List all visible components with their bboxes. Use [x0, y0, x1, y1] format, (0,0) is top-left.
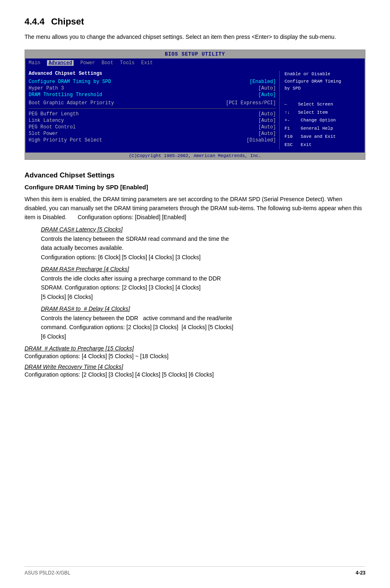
bios-tab-advanced: Advanced [47, 60, 74, 66]
bios-row-5: PEG Buffer Length [Auto] [29, 111, 276, 117]
bios-tab-exit: Exit [141, 60, 153, 66]
bios-right-panel: Enable or Disable Configure DRAM Timing … [280, 71, 361, 149]
sub-item-text-5: Configuration options: [2 Clocks] [3 Clo… [25, 371, 214, 378]
configure-dram-body: When this item is enabled, the DRAM timi… [25, 195, 365, 222]
footer-left-text: ASUS P5LD2-X/GBL [25, 570, 70, 576]
advanced-chipset-title: Advanced Chipset Settings [25, 171, 365, 180]
bios-help-text: Enable or Disable Configure DRAM Timing … [285, 71, 361, 92]
bios-tab-tools: Tools [120, 60, 134, 66]
bios-tab-main: Main [29, 60, 40, 66]
sub-item-text-1: Controls the latency between the SDRAM r… [41, 234, 365, 262]
bios-content-area: Advanced Chipset Settings Configure DRAM… [25, 67, 365, 153]
sub-item-text-3: Controls the latency between the DDR act… [41, 314, 365, 341]
bios-row-2: Hyper Path 3 [Auto] [29, 85, 276, 91]
bios-title-bar: BIOS SETUP UTILITY [25, 50, 365, 58]
section-heading: 4.4.4 Chipset [25, 16, 365, 27]
bios-tab-boot: Boot [101, 60, 113, 66]
configure-dram-title: Configure DRAM Timing by SPD [Enabled] [25, 184, 365, 191]
sub-item-text-4: Configuration options: [4 Clocks] [5 Clo… [25, 353, 168, 359]
sub-item-title-2: DRAM RAS# Precharge [4 Clocks] [41, 266, 365, 272]
sub-item-title-3: DRAM RAS# to # Delay [4 Clocks] [41, 305, 365, 312]
sub-item-title-1: DRAM CAS# Latency [5 Clocks] [41, 226, 365, 233]
section-number: 4.4.4 [25, 16, 45, 27]
bios-keys-panel: ← Select Screen ↑↓ Select Item +- Change… [285, 101, 361, 149]
sub-item-title-5: DRAM Write Recovery Time [4 Clocks] [25, 364, 123, 370]
bios-copyright: (C)Copyright 1985-2002, American Megatre… [25, 153, 365, 159]
bios-row-9: High Priority Port Select [Disabled] [29, 137, 276, 143]
section-title: Chipset [51, 16, 84, 27]
bios-tab-power: Power [80, 60, 95, 66]
configure-dram-section: Configure DRAM Timing by SPD [Enabled] W… [25, 184, 365, 379]
sub-item-text-2: Controls the idle clocks after issuing a… [41, 274, 365, 301]
sub-item-title-4: DRAM # Activate to Precharge [15 Clocks] [25, 345, 134, 352]
bios-row-8: Slot Power [Auto] [29, 131, 276, 137]
bios-row-3: DRAM Throttling Threshold [Auto] [29, 92, 276, 98]
advanced-chipset-section: Advanced Chipset Settings Configure DRAM… [25, 171, 365, 379]
bios-screenshot: BIOS SETUP UTILITY Main Advanced Power B… [25, 49, 365, 160]
bios-section-heading: Advanced Chipset Settings [29, 71, 276, 76]
bios-tab-row: Main Advanced Power Boot Tools Exit [25, 58, 365, 67]
intro-paragraph: The menu allows you to change the advanc… [25, 33, 365, 41]
bios-row-4: Boot Graphic Adapter Priority [PCI Expre… [29, 100, 276, 106]
footer-right-text: 4-23 [356, 570, 365, 576]
bios-row-6: Link Latency [Auto] [29, 118, 276, 123]
bios-row-1: Configure DRAM Timing by SPD [Enabled] [29, 79, 276, 85]
page-footer: ASUS P5LD2-X/GBL 4-23 [25, 566, 365, 576]
bios-left-panel: Advanced Chipset Settings Configure DRAM… [29, 71, 280, 149]
bios-row-7: PEG Root Control [Auto] [29, 124, 276, 130]
